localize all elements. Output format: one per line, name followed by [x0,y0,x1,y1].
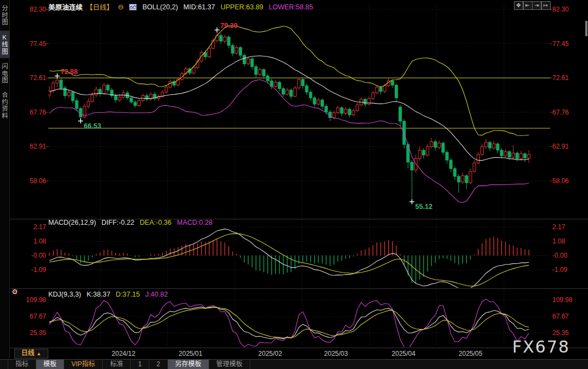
kdj-j-value: J:40.82 [145,291,168,298]
toolbar-spacer [0,360,8,369]
date-label: 2024/12 [111,350,135,357]
collapse-icon[interactable]: ⊖ [118,3,124,11]
toolbar-item-2[interactable]: 2 [149,360,168,369]
axis-label: 62.91 [552,143,585,150]
axis-label: 2.17 [552,223,585,231]
axis-label: 77.45 [15,40,46,48]
svg-text:55.12: 55.12 [415,203,432,211]
macd-pane-header: MACD(26,12,9) DIFF:-0.22 DEA:-0.36 MACD:… [48,219,212,226]
axis-label: 67.67 [552,313,585,320]
scrollbar-thumb[interactable] [585,21,587,36]
compress-left-button[interactable]: ⇤ [523,1,533,10]
axis-label: 109.98 [552,296,585,304]
date-label: 2025/04 [391,350,415,357]
axis-label: -0.00 [552,252,585,259]
kdj-k-value: K:38.37 [87,291,110,298]
axis-label: 72.61 [552,74,585,82]
boll-label: BOLL(20,2) [142,3,178,11]
kdj-d-value: D:37.15 [116,291,140,298]
axis-label: 82.30 [15,5,46,13]
axis-label: 25.35 [552,329,585,337]
axis-label: -0.00 [15,252,46,259]
macd-title: MACD(26,12,9) [48,219,96,226]
axis-label: 62.91 [15,143,46,150]
jump-latest-button[interactable]: ↦ [541,1,551,10]
boll-mid-value: MID:61.37 [183,3,215,11]
period-selector-label: 日线 [21,349,35,357]
macd-kdj-divider [9,288,588,289]
chart-xaxis-divider [9,348,588,348]
toolbar-item-指标[interactable]: 指标 [8,360,36,369]
axis-label: 1.08 [15,237,46,245]
date-label: 2025/02 [258,350,282,357]
indicator-settings-icon[interactable] [11,288,19,298]
boll-chart-icon [129,4,137,10]
axis-label: -1.09 [552,266,585,274]
date-label: 2025/03 [324,350,348,357]
date-label: 2025/01 [178,350,202,357]
toolbar-item-VIP指标[interactable]: VIP指标 [64,360,103,369]
axis-label: -1.09 [15,266,46,274]
chart-canvas[interactable]: 72.8879.3966.5355.12 [0,0,588,369]
symbol-title: 美原油连续 [48,2,83,12]
svg-text:79.39: 79.39 [220,22,237,30]
svg-text:72.88: 72.88 [60,68,77,76]
axis-label: 58.06 [15,177,46,185]
kdj-title: KDJ(9,3,3) [48,291,81,298]
date-label: 2025/05 [458,350,482,357]
axis-label: 2.17 [15,223,46,231]
axis-label: 58.06 [552,177,585,185]
axis-label: 1.08 [552,237,585,245]
axis-label: 72.61 [15,74,46,82]
macd-macd-value: MACD:0.28 [177,219,212,226]
toolbar-item-1[interactable]: 1 [131,360,149,369]
toolbar-item-管理模板[interactable]: 管理模板 [209,360,250,369]
svg-text:66.53: 66.53 [84,122,101,130]
axis-label: 25.35 [15,329,46,337]
bottom-toolbar: 指标模板VIP指标标准12另存模板管理模板 [0,359,588,369]
watermark: FX678 [512,337,570,356]
macd-diff-value: DIFF:-0.22 [102,219,135,226]
toolbar-item-另存模板[interactable]: 另存模板 [168,360,209,369]
axis-label: 67.76 [15,109,46,116]
axis-label: 67.76 [552,109,585,116]
boll-lower-value: LOWER:58.85 [269,3,313,11]
axis-label: 82.30 [552,5,585,13]
axis-label: 77.45 [552,40,585,48]
axis-label: 67.67 [15,313,46,320]
toolbar-item-模板[interactable]: 模板 [36,360,64,369]
macd-dea-value: DEA:-0.36 [140,219,172,226]
chart-app: 分时图K线图闪电图合约资料 美原油连续 【日线】 ⊖ BOLL(20,2) MI… [0,0,588,369]
axis-label: 109.98 [15,296,46,304]
period-up-arrow-icon: ▲ [36,351,41,356]
price-pane-header: 美原油连续 【日线】 ⊖ BOLL(20,2) MID:61.37 UPPER:… [48,2,313,12]
kdj-pane-header: KDJ(9,3,3) K:38.37 D:37.15 J:40.82 [48,291,168,298]
period-selector[interactable]: 日线 ▲ [14,349,48,359]
boll-upper-value: UPPER:63.89 [221,3,264,11]
expand-right-button[interactable]: ⇥ [532,1,541,10]
period-tag: 【日线】 [86,2,114,12]
toolbar-item-标准[interactable]: 标准 [103,360,131,369]
pan-button[interactable]: ✥ [514,1,523,10]
